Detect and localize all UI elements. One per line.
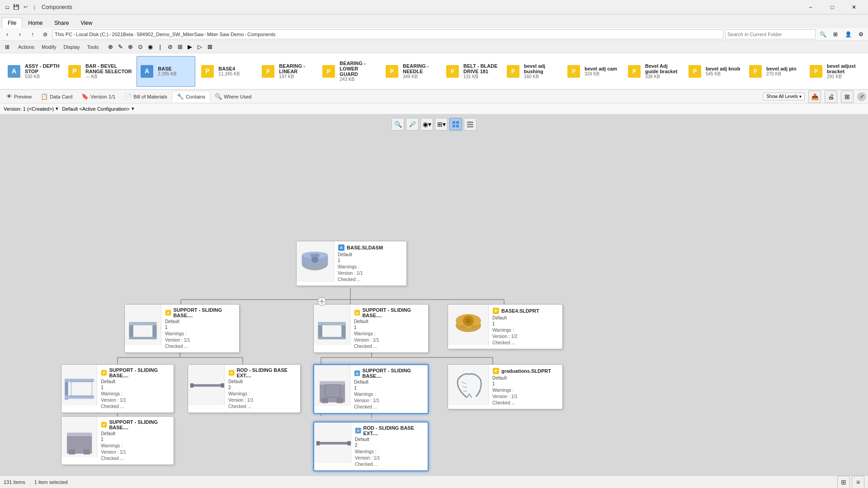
show-levels-button[interactable]: Show All Levels ▾ bbox=[763, 93, 805, 100]
node-graduations[interactable]: P graduations.SLDPRT Default 1 Warnings … bbox=[448, 364, 563, 409]
file-name-bevel-cam: bevel adj cam bbox=[585, 66, 617, 71]
svg-rect-89 bbox=[71, 381, 92, 396]
file-bevel-pin[interactable]: P bevel adj pin 270 KB bbox=[745, 56, 804, 87]
toolbar-icon-5[interactable]: ◉ bbox=[146, 42, 155, 52]
config-selector[interactable]: Default <Active Configuration> ▾ bbox=[62, 106, 134, 112]
svg-rect-65 bbox=[152, 325, 156, 338]
tab-data-card[interactable]: 📋 Data Card bbox=[36, 91, 77, 102]
filter-button[interactable]: ◉▾ bbox=[420, 118, 433, 131]
action-tools[interactable]: Tools bbox=[85, 43, 101, 51]
node-img-support-l2b bbox=[314, 365, 350, 406]
bom-view-button[interactable] bbox=[449, 118, 462, 131]
version-label: Version 1/1 bbox=[90, 94, 115, 99]
tab-home[interactable]: Home bbox=[22, 18, 48, 28]
svg-line-104 bbox=[462, 386, 467, 388]
tab-share[interactable]: Share bbox=[48, 18, 75, 28]
node-version-rod-l3b: Version : 1/1 bbox=[355, 455, 424, 461]
address-path[interactable]: This PC › Local Disk (C:) › 2021Beta › 5… bbox=[52, 29, 723, 39]
action-display[interactable]: Display bbox=[61, 43, 81, 51]
file-bearing-linear[interactable]: P BEARING - LINEAR 197 KB bbox=[258, 56, 316, 87]
node-support-l1a[interactable]: A SUPPORT - SLIDING BASE.... Default 1 W… bbox=[124, 304, 240, 353]
toolbar-icon-1[interactable]: ⊕ bbox=[106, 42, 115, 52]
tab-view[interactable]: View bbox=[75, 18, 98, 28]
tab-contains[interactable]: 🔧 Contains bbox=[172, 91, 210, 102]
status-list-view[interactable]: ≡ bbox=[852, 476, 864, 488]
settings-button[interactable]: ⚙ bbox=[855, 29, 866, 40]
layout-button[interactable]: ⊞▾ bbox=[435, 118, 448, 131]
file-bevel-knob[interactable]: P bevel adj knob 545 KB bbox=[684, 56, 743, 87]
node-support-l1b[interactable]: A SUPPORT - SLIDING BASE.... Default 1 W… bbox=[313, 304, 429, 353]
tab-version[interactable]: 🔖 Version 1/1 bbox=[77, 91, 120, 102]
toolbar-icon-10[interactable]: ⊠ bbox=[205, 42, 214, 52]
close-button[interactable]: ✕ bbox=[844, 0, 864, 14]
toolbar-icon-8[interactable]: ▶ bbox=[185, 42, 194, 52]
path-mitersaw[interactable]: Miter Saw Demo bbox=[207, 32, 244, 37]
maximize-button[interactable]: □ bbox=[822, 0, 843, 14]
tab-where-used[interactable]: 🔍 Where Used bbox=[210, 91, 256, 102]
node-rod-l3b[interactable]: A ROD - SLIDING BASE EXT.... Default 2 W… bbox=[313, 422, 429, 471]
forward-button[interactable]: › bbox=[14, 29, 25, 40]
path-demo[interactable]: 584902_Demo_SW_MiterSaw bbox=[137, 32, 203, 37]
file-belt-blade[interactable]: P BELT - BLADE DRIVE 181 131 KB bbox=[442, 56, 501, 87]
layout-toggle[interactable]: ⊞ bbox=[841, 90, 854, 103]
detail-view-button[interactable] bbox=[464, 118, 476, 131]
path-disk[interactable]: Local Disk (C:) bbox=[76, 32, 108, 37]
print-button[interactable]: 🖨 bbox=[825, 90, 837, 103]
node-base-sldasm[interactable]: A BASE.SLDASM Default 1 Warnings : Versi… bbox=[296, 241, 407, 286]
expand-button[interactable]: ⤢ bbox=[857, 92, 866, 101]
svg-text:P: P bbox=[327, 68, 330, 75]
path-pc[interactable]: This PC bbox=[55, 32, 72, 37]
options-button[interactable]: ⊞ bbox=[830, 29, 841, 40]
file-bevel-cam[interactable]: P bevel adj cam 324 KB bbox=[563, 56, 622, 87]
file-bearing-lower[interactable]: P BEARING - LOWER GUARD 243 KB bbox=[318, 56, 380, 87]
svg-rect-93 bbox=[190, 383, 194, 387]
file-size-belt-blade: 131 KB bbox=[463, 74, 499, 79]
tab-preview[interactable]: 👁 Preview bbox=[2, 91, 36, 102]
node-support-l2b[interactable]: A SUPPORT - SLIDING BASE.... Default 1 W… bbox=[313, 364, 429, 414]
file-bevel-bracket[interactable]: P bevel adjust bracket 291 KB bbox=[806, 56, 864, 87]
file-base[interactable]: A BASE 2,395 KB bbox=[137, 56, 195, 87]
toolbar-icon-9[interactable]: ▷ bbox=[195, 42, 204, 52]
toolbar-icon-4[interactable]: ⊙ bbox=[136, 42, 145, 52]
file-assy-depth-stop[interactable]: A ASSY - DEPTH STOP 530 KB bbox=[4, 56, 62, 87]
search-input[interactable] bbox=[725, 29, 816, 39]
recent-button[interactable]: ⊘ bbox=[40, 29, 51, 40]
undo-icon[interactable]: ↩ bbox=[22, 4, 29, 11]
node-version-support-l2a: Version : 1/1 bbox=[101, 397, 170, 404]
save-icon[interactable]: 💾 bbox=[13, 4, 20, 11]
bom-canvas: 🔍 🔎 ◉▾ ⊞▾ bbox=[0, 114, 868, 475]
version-selector[interactable]: Version: 1 (<Created>) ▾ bbox=[4, 106, 58, 112]
tab-bom[interactable]: 📄 Bill of Materials bbox=[120, 91, 172, 102]
toolbar-icon-3[interactable]: ⊗ bbox=[126, 42, 135, 52]
minimize-button[interactable]: − bbox=[800, 0, 821, 14]
export-button[interactable]: 📤 bbox=[808, 90, 821, 103]
search-button[interactable]: 🔍 bbox=[817, 29, 828, 40]
toolbar-icon-6[interactable]: ⊘ bbox=[165, 42, 175, 52]
up-button[interactable]: ↑ bbox=[27, 29, 38, 40]
file-bar-bevel[interactable]: P BAR - BEVEL RANGE SELECTOR --- KB bbox=[64, 56, 135, 87]
action-modify[interactable]: Modify bbox=[40, 43, 58, 51]
node-base4-sldprt[interactable]: P BASE4.SLDPRT Default 1 Warnings : Vers… bbox=[448, 304, 563, 349]
path-components[interactable]: Components bbox=[247, 32, 275, 37]
toolbar-icon-2[interactable]: ✎ bbox=[116, 42, 125, 52]
node-support-l3[interactable]: P SUPPORT - SLIDING BASE.... Default 1 W… bbox=[61, 416, 174, 465]
user-button[interactable]: 👤 bbox=[843, 29, 854, 40]
path-2021beta[interactable]: 2021Beta bbox=[112, 32, 133, 37]
node-support-l2a[interactable]: P SUPPORT - SLIDING BASE.... Default 1 W… bbox=[61, 364, 174, 413]
file-size-bevel-pin: 270 KB bbox=[766, 71, 797, 76]
file-bevel-bushing[interactable]: P bevel adj bushing 160 KB bbox=[503, 56, 561, 87]
tab-file[interactable]: File bbox=[2, 18, 22, 28]
action-actions[interactable]: Actions bbox=[16, 43, 36, 51]
zoom-fit-button[interactable]: 🔍 bbox=[392, 118, 404, 131]
svg-text:P: P bbox=[814, 68, 818, 75]
toolbar-icon-7[interactable]: ⊞ bbox=[175, 42, 184, 52]
file-bevel-guide[interactable]: P Bevel Adj guide bracket 338 KB bbox=[624, 56, 683, 87]
zoom-in-button[interactable]: 🔎 bbox=[406, 118, 419, 131]
file-base4[interactable]: P BASE4 11,345 KB bbox=[197, 56, 256, 87]
svg-text:A: A bbox=[340, 245, 343, 250]
file-bearing-needle[interactable]: P BEARING - NEEDLE 349 KB bbox=[382, 56, 440, 87]
status-grid-view[interactable]: ⊞ bbox=[837, 476, 850, 488]
config-chevron: ▾ bbox=[132, 106, 134, 112]
back-button[interactable]: ‹ bbox=[2, 29, 13, 40]
node-rod-l2a[interactable]: P ROD - SLIDING BASE EXT.... Default 2 W… bbox=[188, 364, 301, 413]
